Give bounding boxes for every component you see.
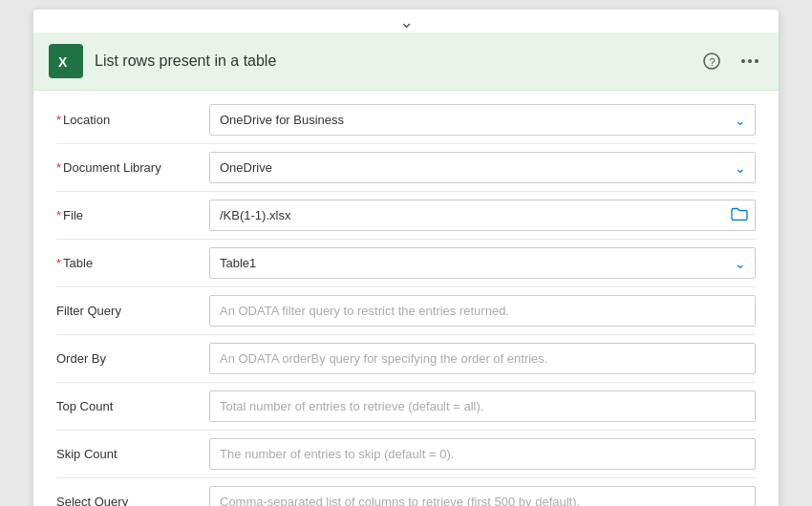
skip-count-row: Skip Count [56,432,756,475]
table-required-star: * [56,256,61,270]
file-label: *File [56,208,209,222]
order-by-label: Order By [56,351,209,366]
location-select-wrapper: OneDrive for Business SharePoint OneDriv… [209,104,756,136]
table-label: *Table [56,256,209,270]
card-body: *Location OneDrive for Business SharePoi… [33,91,779,506]
document-library-select-wrapper: OneDrive Documents Shared Documents ⌄ [209,152,756,183]
filter-query-row: Filter Query [56,289,756,332]
svg-point-6 [755,59,759,63]
svg-point-4 [741,59,745,63]
top-count-control [209,390,756,422]
file-input[interactable] [209,200,756,231]
top-count-label: Top Count [56,399,209,413]
location-required-star: * [56,113,61,127]
file-required-star: * [56,208,61,222]
order-by-input[interactable] [209,343,756,374]
excel-icon: X [49,44,83,78]
document-library-select[interactable]: OneDrive Documents Shared Documents [209,152,756,183]
svg-text:X: X [58,54,68,70]
document-library-label: *Document Library [56,160,209,175]
file-input-wrapper [209,200,756,231]
table-select[interactable]: Table1 Table2 Table3 [209,247,756,279]
order-by-row: Order By [56,337,756,380]
document-library-row: *Document Library OneDrive Documents Sha… [56,146,756,189]
top-count-row: Top Count [56,385,756,428]
svg-point-5 [748,59,752,63]
table-select-wrapper: Table1 Table2 Table3 ⌄ [209,247,756,279]
filter-query-input[interactable] [209,295,756,327]
skip-count-label: Skip Count [56,447,209,461]
location-select[interactable]: OneDrive for Business SharePoint OneDriv… [209,104,756,136]
svg-text:?: ? [710,56,716,68]
location-row: *Location OneDrive for Business SharePoi… [56,98,756,141]
order-by-control [209,343,756,374]
skip-count-input[interactable] [209,438,756,470]
filter-query-label: Filter Query [56,304,209,318]
header-right: ? [698,48,763,74]
select-query-input[interactable] [209,486,756,506]
file-row: *File [56,194,756,237]
doc-lib-required-star: * [56,160,61,175]
select-query-label: Select Query [56,495,209,506]
folder-icon [731,206,748,224]
select-query-row: Select Query [56,480,756,506]
more-options-button[interactable] [737,48,763,74]
card-title: List rows present in a table [95,53,276,70]
location-label: *Location [56,113,209,127]
top-count-input[interactable] [209,390,756,422]
table-row: *Table Table1 Table2 Table3 ⌄ [56,242,756,285]
help-button[interactable]: ? [698,48,725,74]
filter-query-control [209,295,756,327]
header-left: X List rows present in a table [49,44,276,78]
connector-arrow: ⌄ [33,10,779,32]
card-header: X List rows present in a table ? [33,32,779,91]
action-card: ⌄ X List rows present in a table ? [33,10,779,506]
skip-count-control [209,438,756,470]
select-query-control [209,486,756,506]
